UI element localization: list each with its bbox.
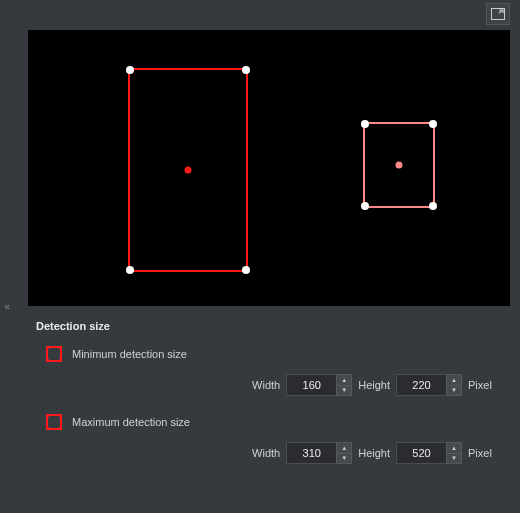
width-label: Width <box>252 379 280 391</box>
sidebar-collapse-button[interactable]: « <box>0 296 14 316</box>
fullscreen-button[interactable] <box>486 3 510 25</box>
preview-header <box>18 0 520 28</box>
max-width-down-button[interactable]: ▼ <box>336 453 352 465</box>
min-height-up-button[interactable]: ▲ <box>446 374 462 385</box>
width-label: Width <box>252 447 280 459</box>
unit-label: Pixel <box>468 447 500 459</box>
min-rect-icon <box>46 346 62 362</box>
min-detection-label-row: Minimum detection size <box>36 346 510 362</box>
min-dimension-row: Width ▲ ▼ Height ▲ ▼ Pixel <box>36 374 510 396</box>
min-width-spinner: ▲ ▼ <box>286 374 352 396</box>
fullscreen-icon <box>491 8 505 20</box>
max-rect-icon <box>46 414 62 430</box>
height-label: Height <box>358 447 390 459</box>
max-detection-rect[interactable] <box>363 122 435 208</box>
max-detection-label-row: Maximum detection size <box>36 414 510 430</box>
max-height-up-button[interactable]: ▲ <box>446 442 462 453</box>
min-detection-rect[interactable] <box>128 68 248 272</box>
min-width-down-button[interactable]: ▼ <box>336 385 352 397</box>
main-panel: Detection size Minimum detection size Wi… <box>18 0 520 513</box>
section-title: Detection size <box>36 320 510 332</box>
resize-handle-bottom-left[interactable] <box>126 266 134 274</box>
center-dot <box>185 167 192 174</box>
resize-handle-bottom-right[interactable] <box>429 202 437 210</box>
min-width-input[interactable] <box>286 374 336 396</box>
resize-handle-bottom-right[interactable] <box>242 266 250 274</box>
resize-handle-top-left[interactable] <box>361 120 369 128</box>
unit-label: Pixel <box>468 379 500 391</box>
min-detection-group: Minimum detection size Width ▲ ▼ Height … <box>36 346 510 396</box>
center-dot <box>396 162 403 169</box>
min-height-down-button[interactable]: ▼ <box>446 385 462 397</box>
max-height-input[interactable] <box>396 442 446 464</box>
max-height-down-button[interactable]: ▼ <box>446 453 462 465</box>
resize-handle-bottom-left[interactable] <box>361 202 369 210</box>
max-height-spinner: ▲ ▼ <box>396 442 462 464</box>
max-width-input[interactable] <box>286 442 336 464</box>
max-detection-group: Maximum detection size Width ▲ ▼ Height … <box>36 414 510 464</box>
resize-handle-top-right[interactable] <box>242 66 250 74</box>
min-height-input[interactable] <box>396 374 446 396</box>
settings-panel: Detection size Minimum detection size Wi… <box>18 306 520 464</box>
max-detection-label: Maximum detection size <box>72 416 190 428</box>
min-height-spinner: ▲ ▼ <box>396 374 462 396</box>
max-width-spinner: ▲ ▼ <box>286 442 352 464</box>
min-width-up-button[interactable]: ▲ <box>336 374 352 385</box>
resize-handle-top-left[interactable] <box>126 66 134 74</box>
min-detection-label: Minimum detection size <box>72 348 187 360</box>
max-dimension-row: Width ▲ ▼ Height ▲ ▼ Pixel <box>36 442 510 464</box>
resize-handle-top-right[interactable] <box>429 120 437 128</box>
preview-canvas[interactable] <box>28 30 510 306</box>
max-width-up-button[interactable]: ▲ <box>336 442 352 453</box>
height-label: Height <box>358 379 390 391</box>
